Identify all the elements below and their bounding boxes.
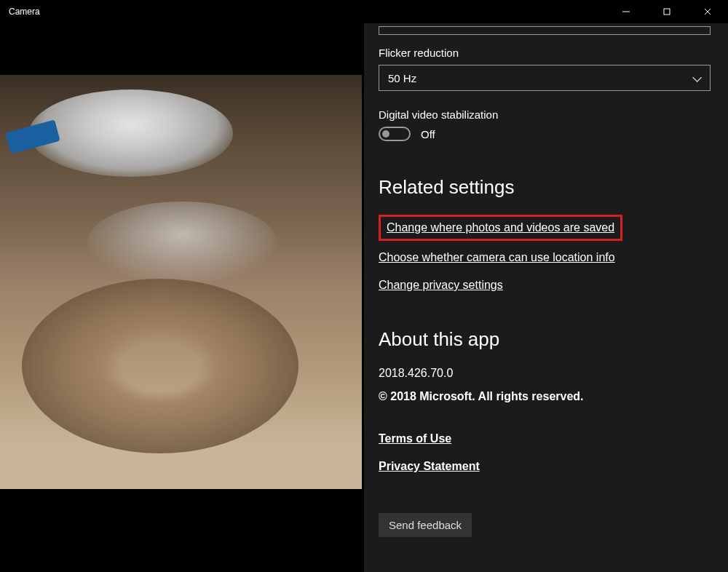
close-button[interactable] xyxy=(687,0,728,23)
camera-preview xyxy=(0,75,362,489)
maximize-icon xyxy=(662,7,671,16)
close-icon xyxy=(703,7,712,16)
related-settings-heading: Related settings xyxy=(379,176,716,199)
maximize-button[interactable] xyxy=(646,0,687,23)
toggle-knob xyxy=(382,130,389,138)
titlebar: Camera xyxy=(0,0,728,23)
minimize-button[interactable] xyxy=(606,0,646,23)
partial-dropdown[interactable] xyxy=(379,26,711,35)
stabilization-state: Off xyxy=(421,128,435,140)
settings-panel[interactable]: Flicker reduction 50 Hz Digital video st… xyxy=(364,23,728,572)
stabilization-toggle[interactable] xyxy=(379,127,411,141)
change-save-location-link[interactable]: Change where photos and videos are saved xyxy=(387,221,614,234)
svg-rect-1 xyxy=(664,9,670,15)
main-content: Flicker reduction 50 Hz Digital video st… xyxy=(0,23,728,572)
stabilization-toggle-row: Off xyxy=(379,127,716,141)
window-controls xyxy=(606,0,728,23)
flicker-label: Flicker reduction xyxy=(379,47,716,59)
preview-object xyxy=(22,279,298,453)
privacy-settings-link[interactable]: Change privacy settings xyxy=(379,279,503,292)
app-title: Camera xyxy=(9,7,40,17)
terms-link[interactable]: Terms of Use xyxy=(379,432,451,445)
preview-object xyxy=(87,202,277,283)
privacy-statement-link[interactable]: Privacy Statement xyxy=(379,460,480,473)
about-section: About this app 2018.426.70.0 © 2018 Micr… xyxy=(379,328,716,537)
copyright: © 2018 Microsoft. All rights reserved. xyxy=(379,390,716,403)
about-heading: About this app xyxy=(379,328,716,351)
chevron-down-icon xyxy=(692,76,701,81)
send-feedback-button[interactable]: Send feedback xyxy=(379,513,472,537)
location-info-link[interactable]: Choose whether camera can use location i… xyxy=(379,251,615,264)
flicker-value: 50 Hz xyxy=(388,72,416,84)
app-version: 2018.426.70.0 xyxy=(379,367,716,380)
flicker-dropdown[interactable]: 50 Hz xyxy=(379,65,711,91)
stabilization-label: Digital video stabilization xyxy=(379,108,716,121)
minimize-icon xyxy=(622,7,630,16)
highlighted-link-box: Change where photos and videos are saved xyxy=(379,215,622,241)
preview-object xyxy=(29,90,233,177)
